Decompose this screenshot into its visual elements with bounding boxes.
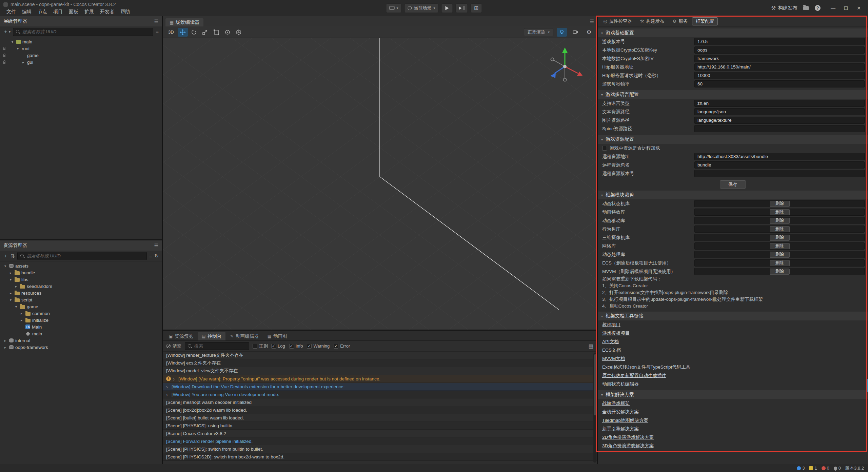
tree-expand-icon[interactable]: ▸ [21,60,25,64]
play-button[interactable] [441,3,453,13]
coordinate-space-button[interactable] [234,28,244,37]
log-row[interactable]: [Scene] [PHYSICS2D]: switch from box2d-w… [163,453,597,461]
minimize-button[interactable]: — [827,0,840,16]
add-node-button[interactable]: ＋▾ [3,28,11,35]
log-row[interactable]: [Scene] Cocos Creator v3.8.2 [163,430,597,437]
menu-item[interactable]: 帮助 [117,9,133,15]
doc-link[interactable]: ECS文档 [602,347,621,353]
property-input[interactable]: zh,en [694,100,865,107]
property-input[interactable]: bundle [694,161,865,169]
tree-row[interactable]: ▸seedrandom [0,283,162,290]
expand-icon[interactable]: › [173,376,176,382]
doc-link[interactable]: 2D角色扮演游戏解决方案 [602,434,654,440]
doc-link[interactable]: 动画状态机编辑器 [602,381,639,387]
pivot-tool-button[interactable] [222,28,233,37]
light-toggle-button[interactable] [557,28,567,37]
expand-icon[interactable]: › [166,392,170,397]
preview-device-button[interactable]: ▾ [386,3,401,13]
menu-item[interactable]: 文件 [3,9,19,15]
doc-link[interactable]: 全栈开发解决方案 [602,409,639,415]
tree-row[interactable]: game [0,52,162,59]
tab-资源预览[interactable]: ▣资源预览 [165,332,197,340]
doc-link[interactable]: MVVM文档 [602,356,625,362]
filter-error[interactable]: Error [334,343,350,349]
tree-row[interactable]: ▸bundle [0,269,162,276]
close-button[interactable]: ✕ [852,0,865,16]
section-header[interactable]: ▾游戏资源配置 [598,135,868,144]
panel-menu-icon[interactable]: ☰ [154,19,158,24]
tree-expand-icon[interactable]: ▸ [19,312,24,315]
delete-button[interactable]: 删除 [770,209,790,215]
section-header[interactable]: ▾框架文档工具链接 [598,312,868,320]
projection-3d-button[interactable]: 3D [165,28,177,37]
console-settings-icon[interactable]: ▤ [589,343,593,349]
tree-expand-icon[interactable]: ▾ [8,298,13,302]
log-row[interactable]: [Window] render_texture文件夹不存在 [163,352,597,359]
section-header[interactable]: ▾框架解决方案 [598,390,868,399]
log-row[interactable]: [Window] model_view文件夹不存在 [163,367,597,375]
step-button[interactable] [456,3,468,13]
tab-控制台[interactable]: ▤控制台 [198,332,225,340]
tree-row[interactable]: ▸gui [0,59,162,65]
delete-button[interactable]: 删除 [770,218,790,224]
tree-row[interactable]: ▾libs [0,276,162,283]
tree-expand-icon[interactable]: ▸ [3,339,7,342]
axis-gizmo[interactable] [545,45,585,86]
tab-服务[interactable]: ⚙服务 [669,17,692,25]
property-input[interactable]: language/json [694,108,865,115]
menu-item[interactable]: 面板 [66,9,81,15]
filter-info[interactable]: Info [289,343,303,349]
rect-tool-button[interactable] [211,28,221,37]
tree-row[interactable]: ▸internal [0,337,162,344]
rotate-tool-button[interactable] [189,28,199,37]
tree-row[interactable]: ▾main [0,38,162,45]
log-row[interactable]: [Scene] [bullet]:bullet wasm lib loaded. [163,414,597,422]
scale-tool-button[interactable] [200,28,210,37]
tree-row[interactable]: TSMain [0,323,162,330]
log-row[interactable]: [Scene] Forward render pipeline initiali… [163,437,597,445]
regex-toggle[interactable]: 正则 [253,343,268,349]
doc-link[interactable]: 3D角色扮演游戏解决方案 [602,443,654,449]
console-search[interactable] [185,342,249,350]
menu-item[interactable]: 扩展 [81,9,97,15]
log-row[interactable]: ›[Window] Download the Vue Devtools exte… [163,383,597,391]
checkbox[interactable] [271,344,276,349]
property-input[interactable]: http://192.168.0.150/main/ [694,63,865,71]
tree-expand-icon[interactable]: ▸ [14,284,18,288]
tree-expand-icon[interactable]: ▸ [3,346,7,349]
delete-button[interactable]: 删除 [770,226,790,232]
log-count-badge[interactable]: 3 [797,466,805,471]
add-asset-button[interactable]: ＋ [3,253,8,259]
property-input[interactable]: oops [694,46,865,54]
menu-item[interactable]: 节点 [35,9,50,15]
checkbox[interactable] [253,344,257,349]
property-input[interactable]: http://localhost:8083/assets/bundle [694,153,865,160]
tab-动画图[interactable]: ▦动画图 [263,332,291,340]
property-input[interactable] [694,170,865,177]
section-header[interactable]: ▾游戏基础配置 [598,28,868,37]
checkbox[interactable] [289,344,294,349]
assets-filter-icon[interactable]: ≡ [149,253,152,259]
property-input[interactable]: 60 [694,80,865,87]
maximize-button[interactable]: ☐ [840,0,852,16]
doc-link[interactable]: 战旗游戏框架 [602,400,630,407]
tree-expand-icon[interactable]: ▸ [8,271,13,275]
scene-editor-tab[interactable]: ▦ 场景编辑器 [165,18,203,26]
tree-row[interactable]: ▾root [0,45,162,52]
tree-expand-icon[interactable]: ▾ [16,47,20,51]
log-row[interactable]: [Scene] [PHYSICS]: switch from builtin t… [163,445,597,453]
section-header[interactable]: ▾框架模块裁剪 [598,191,868,199]
layout-button[interactable]: ⊞ [471,3,482,13]
filter-warning[interactable]: Warning [307,343,330,349]
tree-row[interactable]: ▾script [0,296,162,303]
delete-button[interactable]: 删除 [770,201,790,207]
tree-row[interactable]: ▾assets [0,262,162,269]
camera-view-button[interactable] [570,28,580,37]
assets-search[interactable] [17,252,147,260]
delete-button[interactable]: 删除 [770,243,790,249]
panel-menu-icon[interactable]: ☰ [590,19,594,24]
delete-button[interactable]: 删除 [770,252,790,258]
console-scrollbar-thumb[interactable] [594,354,596,415]
delete-button[interactable]: 删除 [770,235,790,241]
sort-assets-icon[interactable]: ⇅ [11,253,15,259]
